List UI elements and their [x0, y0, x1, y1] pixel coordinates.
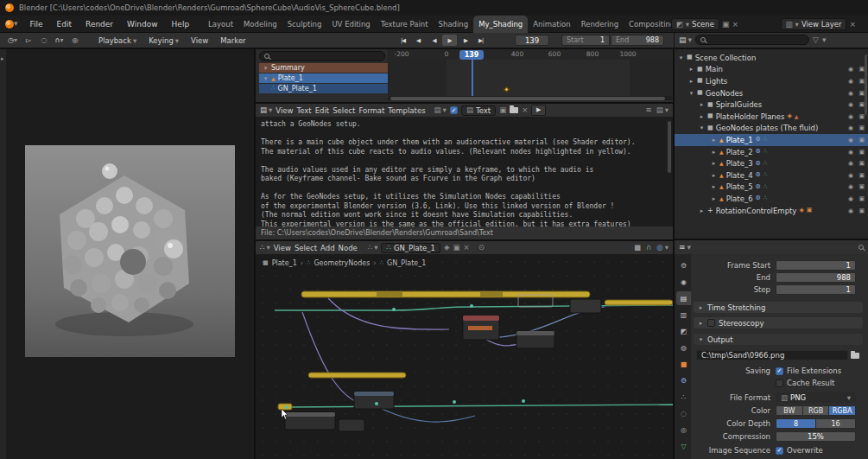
pin-icon[interactable] [478, 244, 485, 252]
menu-format[interactable]: Format [358, 106, 384, 115]
tweak-tool-icon[interactable] [36, 35, 51, 46]
text-options-icon[interactable] [656, 106, 668, 114]
outliner-row[interactable]: GeoNodes [675, 87, 868, 99]
modifier-icon[interactable] [756, 137, 761, 143]
geometry-nodes-icon[interactable] [763, 137, 767, 143]
camera-restrict-icon[interactable] [858, 124, 865, 131]
expand-icon[interactable] [711, 149, 717, 156]
expand-icon[interactable] [678, 54, 684, 61]
new-scene-icon[interactable] [722, 21, 730, 29]
outliner-row[interactable]: Plate_2 [675, 146, 868, 158]
color-bw-button[interactable]: BW [776, 405, 803, 416]
outliner-options-icon[interactable] [822, 36, 827, 44]
outliner-search-input[interactable] [695, 35, 809, 45]
compression-slider[interactable]: 15% [776, 431, 856, 442]
outliner-row[interactable]: GeoNodes plates (The fluid) [675, 123, 868, 135]
remove-view-layer-icon[interactable] [849, 21, 856, 29]
frame-end-field[interactable]: End988 [611, 35, 664, 46]
workspace-tab[interactable]: Sculpting [282, 16, 327, 33]
snap-icon[interactable] [634, 244, 641, 252]
expand-icon[interactable] [699, 113, 705, 120]
modifier-icon[interactable] [756, 195, 761, 201]
camera-restrict-icon[interactable] [858, 160, 865, 167]
menu-view[interactable]: View [191, 36, 208, 45]
channel-summary[interactable]: Summary [259, 63, 389, 73]
overwrite-checkbox[interactable] [776, 447, 783, 455]
modifier-icon[interactable] [756, 184, 761, 190]
outliner-scrollbar[interactable] [865, 54, 867, 115]
workspace-tab[interactable]: Modeling [238, 16, 282, 33]
next-keyframe-button[interactable] [458, 35, 472, 46]
word-wrap-icon[interactable] [646, 106, 652, 114]
new-text-icon[interactable] [499, 106, 506, 114]
editor-type-timeline-button[interactable] [5, 35, 20, 46]
properties-tab-output[interactable] [676, 291, 691, 305]
camera-restrict-icon[interactable] [858, 90, 865, 97]
outliner-row[interactable]: Lights [675, 75, 868, 87]
geometry-nodes-icon[interactable] [763, 161, 767, 167]
workspace-tab[interactable]: Rendering [576, 16, 624, 33]
run-script-button[interactable] [531, 105, 546, 116]
geometry-nodes-icon[interactable] [763, 195, 767, 201]
eye-icon[interactable] [848, 207, 853, 214]
channel-gn-plate1[interactable]: GN_Plate_1 [259, 84, 389, 93]
camera-restrict-icon[interactable] [858, 78, 865, 85]
workspace-tab[interactable]: Shading [434, 16, 474, 33]
node-group-browse[interactable] [368, 244, 378, 252]
eye-icon[interactable] [848, 90, 853, 97]
properties-tab-tool[interactable] [676, 258, 691, 272]
menu-keying[interactable]: Keying [149, 36, 179, 45]
stereoscopy-checkbox[interactable] [707, 319, 715, 327]
menu-help[interactable]: Help [165, 16, 197, 33]
text-scrollbar[interactable] [668, 121, 671, 173]
geometry-nodes-icon[interactable] [763, 184, 767, 190]
text-datablock[interactable]: Text [461, 105, 496, 116]
workspace-tab[interactable]: Animation [528, 16, 575, 33]
cache-result-checkbox[interactable] [776, 379, 783, 387]
timeline-ruler[interactable]: -200 0 400 600 800 1000 [389, 49, 673, 60]
outliner-row[interactable]: Plate_6 [675, 193, 868, 205]
menu-templates[interactable]: Templates [388, 106, 425, 115]
file-format-dropdown[interactable]: PNG [776, 392, 856, 403]
menu-edit[interactable]: Edit [315, 106, 329, 115]
output-panel-header[interactable]: Output [694, 334, 863, 345]
menu-select[interactable]: Select [333, 106, 355, 115]
frame-start-field[interactable]: Start1 [561, 35, 610, 46]
expand-icon[interactable] [688, 90, 694, 97]
close-text-icon[interactable] [522, 106, 528, 114]
sidebar-toggle-icon[interactable] [1, 56, 4, 62]
editor-type-text-button[interactable] [260, 106, 272, 114]
unlink-datablock-icon[interactable] [464, 244, 470, 252]
outliner-row-selected[interactable]: Plate_1 [675, 134, 868, 146]
overlays-toggle[interactable] [656, 244, 668, 252]
stereoscopy-panel[interactable]: Stereoscopy [694, 317, 863, 328]
depth-8-button[interactable]: 8 [776, 418, 816, 429]
jump-to-start-button[interactable] [396, 35, 410, 46]
expand-icon[interactable] [699, 207, 705, 214]
camera-restrict-icon[interactable] [858, 207, 865, 214]
frame-end-field[interactable]: 988 [776, 272, 856, 283]
properties-tab-modifiers[interactable] [676, 373, 691, 387]
menu-file[interactable]: File [23, 16, 50, 33]
eye-icon[interactable] [848, 183, 853, 190]
menu-edit[interactable]: Edit [50, 16, 79, 33]
select-tool-icon[interactable] [21, 35, 35, 46]
properties-tab-constraints[interactable] [676, 423, 691, 437]
time-stretching-panel[interactable]: Time Stretching [694, 302, 863, 313]
workspace-tab-active[interactable]: My_Shading [473, 16, 528, 33]
snap-magnet-button[interactable] [52, 35, 67, 46]
geometry-nodes-icon[interactable] [763, 149, 767, 155]
outliner-row[interactable]: Main [675, 64, 868, 76]
copy-datablock-icon[interactable] [453, 244, 460, 252]
dopesheet-scrollbar[interactable] [389, 96, 673, 100]
current-frame-line[interactable] [472, 59, 473, 96]
text-content[interactable]: attach a GeoNodes setup. There is a main… [261, 120, 635, 229]
geometry-nodes-icon[interactable] [763, 172, 767, 178]
properties-tab-object[interactable] [676, 357, 691, 371]
expand-icon[interactable] [711, 137, 717, 143]
properties-tab-view-layer[interactable] [676, 308, 691, 322]
expand-icon[interactable] [711, 160, 717, 167]
camera-restrict-icon[interactable] [858, 137, 865, 143]
open-text-icon[interactable] [510, 107, 518, 113]
menu-view[interactable]: View [276, 106, 293, 115]
